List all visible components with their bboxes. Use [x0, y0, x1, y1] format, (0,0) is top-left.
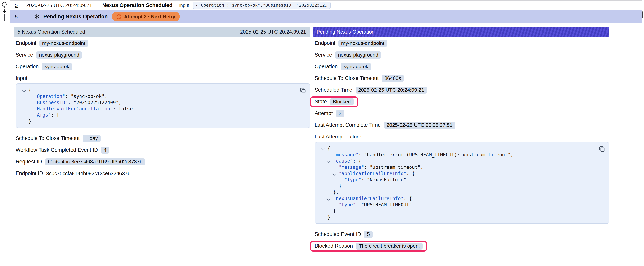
field-value: 4	[101, 146, 109, 153]
pending-operation-panel-body: Endpointmy-nexus-endpointServicenexus-pl…	[313, 37, 609, 250]
collapse-caret-icon[interactable]	[327, 197, 330, 200]
annotation-highlight: StateBlocked	[310, 96, 358, 107]
field-value: Blocked	[330, 98, 354, 105]
pending-operation-row[interactable]: 5 Pending Nexus Operation	[10, 10, 642, 23]
scrollbar-thumb[interactable]	[642, 11, 643, 18]
code-line: "BusinessID": "20250225122409",	[20, 99, 296, 106]
event-timestamp: 2025-02-25 UTC 20:24:09.21	[26, 2, 92, 8]
field-label: Schedule To Close Timeout	[16, 135, 80, 141]
field-list: Scheduled Event ID5Blocked ReasonThe cir…	[314, 230, 609, 250]
copy-icon	[300, 87, 306, 94]
field-value: 5	[364, 231, 372, 238]
field-list: Schedule To Close Timeout1 dayWorkflow T…	[16, 134, 310, 177]
retry-icon	[116, 14, 122, 19]
code-line: "Args": []	[20, 112, 296, 118]
timeline-node-ring-icon	[2, 2, 7, 7]
field-row: Workflow Task Completed Event ID4	[16, 146, 310, 154]
field-row: Schedule To Close Timeout1 day	[16, 134, 310, 142]
field-label: Scheduled Event ID	[314, 231, 361, 237]
field-value-link[interactable]: 3c0c75ccfa8144b092c13ce632463761	[46, 170, 133, 176]
field-label: Service	[314, 52, 332, 58]
field-value: 2	[336, 110, 344, 117]
event-id-link[interactable]: 5	[15, 2, 18, 8]
collapse-caret-icon[interactable]	[332, 172, 336, 175]
panel-title: Pending Nexus Operation	[316, 29, 375, 35]
code-line: "cause": {	[319, 158, 595, 164]
code-line: "message": "handler error (UPSTREAM_TIME…	[319, 152, 595, 158]
field-value: The circuit breaker is open.	[356, 242, 423, 249]
field-row: Endpointmy-nexus-endpoint	[314, 39, 609, 47]
collapse-caret-icon[interactable]	[22, 89, 25, 92]
field-value: 1 day	[83, 135, 100, 142]
field-label: Operation	[16, 64, 39, 69]
field-list: Endpointmy-nexus-endpointServicenexus-pl…	[16, 39, 310, 71]
field-label: Workflow Task Completed Event ID	[16, 147, 98, 153]
event-detail-area: 5 Nexus Operation Scheduled 2025-02-25 U…	[10, 23, 642, 255]
annotation-highlight: Blocked ReasonThe circuit breaker is ope…	[310, 240, 427, 251]
field-row: Operationsync-op-ok	[314, 62, 609, 71]
timeline-dotted-line	[4, 16, 5, 17]
field-label: Service	[16, 52, 33, 58]
timeline-dotted-line	[4, 18, 5, 19]
field-label: Request ID	[16, 159, 42, 165]
timeline-dotted-line	[4, 15, 5, 16]
copy-button[interactable]	[598, 145, 606, 153]
field-label: Attempt	[314, 110, 333, 116]
field-value: nexus-playground	[335, 51, 381, 58]
field-row: Request IDb1c6a4bc-8ee7-468a-9169-df3b02…	[16, 158, 310, 166]
field-value: sync-op-ok	[42, 63, 72, 70]
field-label: Schedule To Close Timeout	[314, 75, 378, 81]
field-label: Last Attempt Complete Time	[314, 122, 381, 128]
event-input-label: Input	[179, 3, 189, 8]
field-value: 2025-02-25 UTC 20:24:09.21	[356, 86, 427, 93]
field-row: Operationsync-op-ok	[16, 62, 310, 71]
pending-event-id-link[interactable]: 5	[15, 14, 18, 20]
copy-button[interactable]	[299, 87, 307, 94]
field-value: nexus-playground	[36, 51, 82, 58]
code-line: {	[20, 87, 296, 93]
field-label: Endpoint	[16, 40, 36, 46]
field-row: Blocked ReasonThe circuit breaker is ope…	[314, 242, 609, 250]
field-label: Endpoint	[314, 40, 336, 46]
pending-operation-title: Pending Nexus Operation	[43, 14, 108, 20]
field-value: 86400s	[382, 75, 404, 82]
timeline-dotted-line	[4, 9, 5, 10]
event-input-preview: {"Operation":"sync-op-ok","BusinessID":"…	[192, 2, 330, 9]
field-value: my-nexus-endpoint	[40, 40, 88, 47]
pending-operation-panel: Pending Nexus Operation Endpointmy-nexus…	[313, 27, 609, 253]
attempt-retry-badge: Attempt 2 • Next Retry	[112, 12, 180, 22]
timeline-node-dot-icon	[3, 10, 6, 13]
field-value: my-nexus-endpoint	[338, 40, 387, 47]
code-line: "nexusHandlerFailureInfo": {	[319, 195, 595, 202]
code-line: "applicationFailureInfo": {	[319, 170, 595, 177]
copy-icon	[599, 146, 605, 152]
code-line: }	[319, 183, 595, 189]
panel-title: 5 Nexus Operation Scheduled	[18, 29, 85, 35]
field-row: Attempt2	[314, 109, 609, 117]
nexus-asterisk-icon	[34, 14, 40, 20]
field-row: StateBlocked	[314, 98, 609, 106]
field-row: Endpoint ID3c0c75ccfa8144b092c13ce632463…	[16, 169, 310, 177]
field-label: Endpoint ID	[16, 170, 43, 176]
code-line: {	[319, 145, 595, 152]
field-row: Scheduled Event ID5	[314, 230, 609, 238]
event-detail-panel: 5 Nexus Operation Scheduled 2025-02-25 U…	[14, 27, 310, 181]
failure-code-block: { "message": "handler error (UPSTREAM_TI…	[314, 142, 609, 224]
event-timeline-strip	[0, 1, 10, 266]
code-line: }	[20, 118, 296, 124]
collapse-caret-icon[interactable]	[321, 147, 324, 151]
field-row: Servicenexus-playground	[16, 51, 310, 59]
field-row: Scheduled Time2025-02-25 UTC 20:24:09.21	[314, 86, 609, 94]
event-history-table: 5 2025-02-25 UTC 20:24:09.21 Nexus Opera…	[10, 1, 642, 255]
timeline-dotted-line	[4, 20, 5, 21]
collapse-caret-icon[interactable]	[327, 160, 330, 163]
input-code-block: { "Operation": "sync-op-ok", "BusinessID…	[16, 84, 310, 128]
code-lines: { "message": "handler error (UPSTREAM_TI…	[319, 145, 595, 220]
event-summary-row[interactable]: 5 2025-02-25 UTC 20:24:09.21 Nexus Opera…	[10, 1, 642, 10]
code-line: "HandlerWaitForCancellation": false,	[20, 106, 296, 112]
timeline-dotted-line	[4, 7, 5, 8]
attempt-retry-label: Attempt 2 • Next Retry	[124, 14, 176, 19]
input-group-label: Input	[16, 74, 310, 82]
field-value: 2025-02-25 UTC 20:25:27.51	[384, 122, 455, 129]
field-label: Blocked Reason	[314, 243, 353, 249]
